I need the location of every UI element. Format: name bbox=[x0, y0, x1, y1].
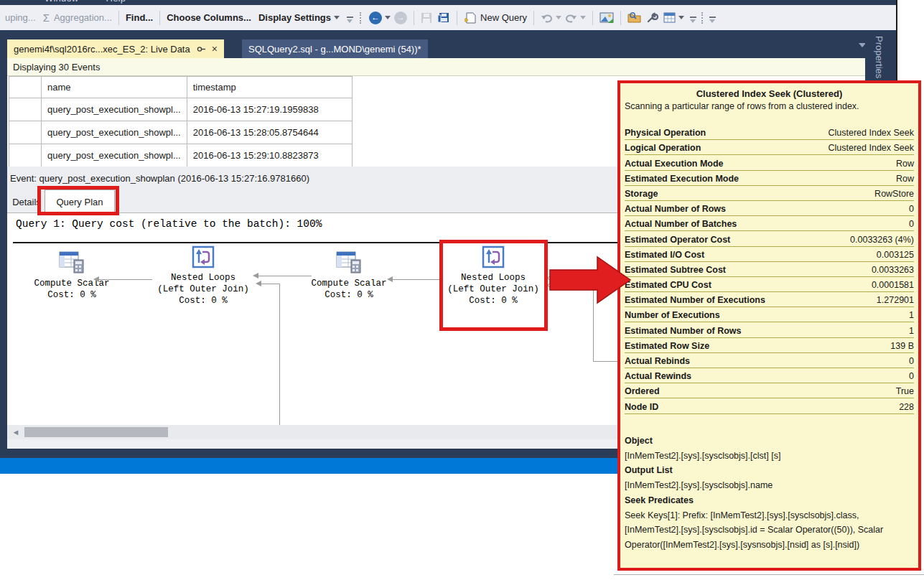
plan-connector-arrowhead bbox=[387, 276, 393, 282]
property-label: Estimated Row Size bbox=[625, 341, 709, 351]
tooltip-row: Estimated Row Size139 B bbox=[625, 338, 914, 353]
save-button[interactable] bbox=[417, 9, 436, 27]
save-icon bbox=[421, 12, 432, 24]
section-text-object: [InMemTest2].[sys].[sysclsobjs].[clst] [… bbox=[625, 449, 914, 464]
tab-live-data-label: genemi4f\sql2016rc...xec_ES_2: Live Data bbox=[14, 44, 190, 55]
plan-node-nested-loops-1[interactable]: Nested Loops (Left Outer Join) Cost: 0 % bbox=[142, 245, 264, 307]
tooltip-row: Estimated I/O Cost0.003125 bbox=[625, 247, 914, 262]
property-value: Clustered Index Seek bbox=[828, 128, 914, 138]
nested-loops-icon bbox=[142, 245, 264, 268]
cell-timestamp[interactable]: 2016-06-13 15:28:05.8754644 bbox=[187, 121, 352, 144]
search-folder-icon bbox=[627, 12, 641, 24]
scrollbar-thumb[interactable] bbox=[24, 427, 168, 437]
table-row[interactable]: query_post_execution_showpl... 2016-06-1… bbox=[9, 98, 353, 121]
table-row[interactable]: query_post_execution_showpl... 2016-06-1… bbox=[9, 121, 353, 144]
table-view-button[interactable] bbox=[662, 9, 688, 27]
tooltip-description: Scanning a particular range of rows from… bbox=[625, 101, 914, 111]
plan-node-compute-scalar-1[interactable]: Compute Scalar Cost: 0 % bbox=[11, 250, 133, 301]
toolbar-separator bbox=[118, 11, 119, 25]
property-value: 0 bbox=[909, 371, 914, 381]
property-value: RowStore bbox=[874, 189, 914, 199]
cell-timestamp[interactable]: 2016-06-13 15:27:19.1959838 bbox=[187, 98, 352, 121]
sigma-icon: Σ bbox=[39, 9, 50, 27]
scroll-left-arrow-icon[interactable]: ◄ bbox=[10, 426, 22, 438]
column-header-name[interactable]: name bbox=[42, 77, 187, 98]
column-header-timestamp[interactable]: timestamp bbox=[187, 77, 352, 98]
properties-panel-tab[interactable]: Properties bbox=[865, 30, 896, 80]
window-left-border bbox=[0, 30, 7, 458]
wrench-button[interactable] bbox=[645, 9, 662, 27]
plan-node-label: Nested Loops bbox=[142, 272, 264, 284]
close-icon[interactable]: × bbox=[212, 44, 218, 54]
cell-name[interactable]: query_post_execution_showpl... bbox=[42, 98, 187, 121]
row-selector-cell[interactable] bbox=[9, 98, 42, 121]
row-selector-header[interactable] bbox=[9, 77, 42, 98]
plan-connector-arrowhead bbox=[93, 276, 99, 282]
row-selector-cell[interactable] bbox=[9, 121, 42, 144]
redo-button[interactable] bbox=[565, 9, 589, 27]
plan-node-label: (Left Outer Join) bbox=[142, 284, 264, 295]
tooltip-row: Actual Rebinds0 bbox=[625, 353, 914, 368]
display-settings-button[interactable]: Display Settings bbox=[255, 9, 343, 27]
tooltip-row: Estimated Number of Rows1 bbox=[625, 322, 914, 337]
navigate-forward-button[interactable]: → bbox=[394, 9, 411, 27]
tooltip-row: Actual Rewinds0 bbox=[625, 368, 914, 383]
plan-connector-arrowhead bbox=[253, 273, 258, 279]
toolbar-overflow-icon[interactable] bbox=[345, 17, 355, 23]
plan-connector bbox=[593, 361, 617, 362]
pin-icon[interactable] bbox=[197, 45, 206, 54]
screenshot-edge-line bbox=[614, 574, 924, 575]
chevron-down-icon bbox=[385, 16, 391, 19]
ssms-window: Window Help uping... Σ Aggregation... Fi… bbox=[0, 0, 924, 580]
export-image-button[interactable] bbox=[596, 9, 617, 27]
compute-scalar-icon bbox=[288, 250, 410, 274]
table-row[interactable]: query_post_execution_showpl... 2016-06-1… bbox=[9, 144, 353, 167]
plan-connector bbox=[99, 279, 152, 280]
new-query-button[interactable]: New Query bbox=[460, 9, 531, 27]
toolbar-separator bbox=[592, 11, 593, 25]
property-label: Estimated Number of Executions bbox=[625, 295, 765, 305]
row-selector-cell[interactable] bbox=[9, 144, 42, 167]
tooltip-row: Actual Execution ModeRow bbox=[625, 155, 914, 170]
tooltip-row: Estimated Subtree Cost0.0033263 bbox=[625, 262, 914, 277]
tooltip-property-rows: Physical OperationClustered Index Seek L… bbox=[625, 125, 914, 414]
plan-connector-arrowhead bbox=[256, 281, 261, 286]
property-value: 1.272901 bbox=[877, 295, 914, 305]
section-text-output-list: [InMemTest2].[sys].[sysclsobjs].name bbox=[625, 478, 914, 493]
display-settings-label: Display Settings bbox=[258, 12, 331, 23]
tooltip-row: Estimated Number of Executions1.272901 bbox=[625, 292, 914, 307]
find-button[interactable]: Find... bbox=[122, 9, 157, 27]
property-label: Actual Rewinds bbox=[625, 371, 691, 381]
menu-bar: Window Help bbox=[0, 0, 896, 5]
property-value: 228 bbox=[899, 402, 914, 412]
grouping-button[interactable]: uping... bbox=[1, 9, 39, 27]
save-all-icon bbox=[437, 12, 450, 24]
property-label: Estimated Execution Mode bbox=[625, 174, 739, 184]
property-label: Actual Execution Mode bbox=[625, 159, 724, 169]
section-label-seek-predicates: Seek Predicates bbox=[625, 493, 914, 508]
tab-live-data[interactable]: genemi4f\sql2016rc...xec_ES_2: Live Data… bbox=[7, 39, 224, 58]
tooltip-sections: Object [InMemTest2].[sys].[sysclsobjs].[… bbox=[625, 434, 914, 553]
toolbar-separator bbox=[620, 11, 621, 25]
aggregation-button[interactable]: Aggregation... bbox=[50, 9, 116, 27]
undo-button[interactable] bbox=[537, 9, 565, 27]
save-all-button[interactable] bbox=[436, 9, 454, 27]
choose-columns-button[interactable]: Choose Columns... bbox=[163, 9, 255, 27]
cell-timestamp[interactable]: 2016-06-13 15:29:10.8823873 bbox=[187, 144, 352, 167]
toolbar-grip[interactable] bbox=[360, 12, 362, 24]
forward-arrow-icon: → bbox=[394, 11, 407, 24]
chevron-down-icon bbox=[334, 16, 340, 19]
cell-name[interactable]: query_post_execution_showpl... bbox=[42, 144, 187, 167]
events-table: name timestamp query_post_execution_show… bbox=[9, 76, 353, 167]
navigate-back-button[interactable]: ← bbox=[365, 9, 394, 27]
toolbar-overflow-icon[interactable] bbox=[707, 17, 717, 23]
tab-sql-query-label: SQLQuery2.sql - g...MOND\genemi (54))* bbox=[248, 44, 421, 55]
search-folder-button[interactable] bbox=[624, 9, 645, 27]
properties-panel-label: Properties bbox=[874, 36, 885, 78]
toolbar-grip[interactable] bbox=[701, 12, 704, 24]
section-label-object: Object bbox=[625, 434, 914, 449]
tab-sql-query[interactable]: SQLQuery2.sql - g...MOND\genemi (54))* bbox=[242, 39, 428, 58]
toolbar-overflow-icon[interactable] bbox=[688, 17, 698, 23]
chevron-down-icon bbox=[580, 16, 586, 19]
cell-name[interactable]: query_post_execution_showpl... bbox=[42, 121, 187, 144]
